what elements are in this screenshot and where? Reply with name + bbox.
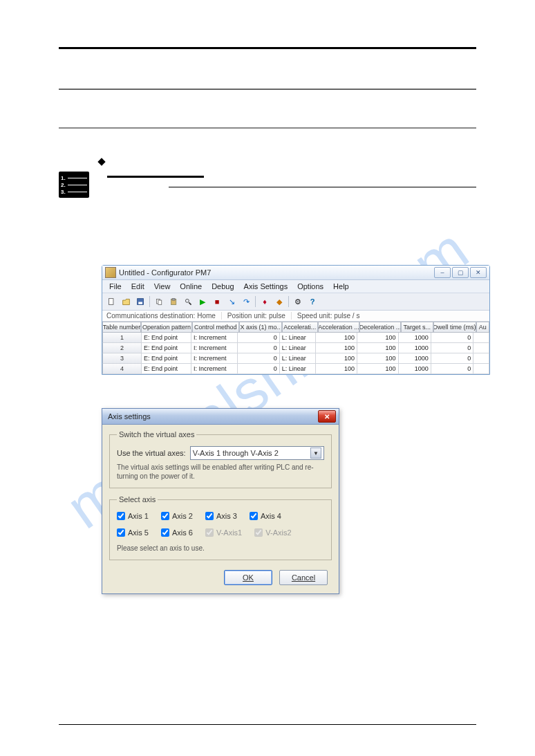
menu-file[interactable]: File bbox=[105, 282, 126, 291]
cell-accel-type[interactable]: L: Linear bbox=[280, 343, 317, 353]
cell-operation-pattern[interactable]: E: End point bbox=[142, 353, 191, 364]
toolbar: ▶ ■ ↘ ↷ ♦ ◆ ⚙ ? bbox=[102, 293, 489, 311]
col-control-method[interactable]: Control method bbox=[192, 322, 239, 333]
run-icon[interactable]: ▶ bbox=[196, 295, 209, 308]
cell-dwell[interactable]: 0 bbox=[431, 364, 473, 374]
col-dwell-time[interactable]: Dwell time (ms) bbox=[433, 322, 476, 333]
cell-au[interactable] bbox=[473, 343, 489, 353]
cell-deceleration[interactable]: 100 bbox=[357, 343, 399, 353]
step-over-icon[interactable]: ↷ bbox=[239, 295, 253, 308]
col-accelerati[interactable]: Accelerati... bbox=[282, 322, 318, 333]
cancel-button[interactable]: Cancel bbox=[279, 570, 328, 585]
checkbox-input[interactable] bbox=[205, 512, 214, 520]
dropdown-value: V-Axis 1 through V-Axis 2 bbox=[193, 449, 279, 457]
ok-button[interactable]: OK bbox=[224, 570, 272, 585]
checkbox-input[interactable] bbox=[161, 512, 169, 520]
axis-settings-dialog: Axis settings ✕ Switch the virtual axes … bbox=[102, 408, 339, 594]
cell-accel-type[interactable]: L: Linear bbox=[280, 364, 317, 374]
save-icon[interactable] bbox=[133, 295, 147, 308]
col-table-number[interactable]: Table number bbox=[102, 322, 141, 333]
cell-control-method[interactable]: I: Increment bbox=[191, 343, 238, 353]
cell-au[interactable] bbox=[473, 333, 489, 343]
cell-target[interactable]: 1000 bbox=[399, 333, 431, 343]
axis-checkbox-axis6[interactable]: Axis 6 bbox=[161, 528, 193, 537]
menu-axis-settings[interactable]: Axis Settings bbox=[240, 282, 292, 291]
col-au[interactable]: Au bbox=[476, 322, 489, 333]
settings-icon[interactable]: ⚙ bbox=[291, 295, 305, 308]
cell-operation-pattern[interactable]: E: End point bbox=[142, 343, 191, 353]
checkbox-input[interactable] bbox=[117, 512, 125, 520]
axis-checkbox-axis4[interactable]: Axis 4 bbox=[250, 512, 281, 520]
maximize-button[interactable]: ▢ bbox=[452, 267, 469, 278]
cell-dwell[interactable]: 0 bbox=[431, 333, 473, 343]
menu-help[interactable]: Help bbox=[329, 282, 353, 291]
cell-x-axis[interactable]: 0 bbox=[238, 364, 280, 374]
cell-target[interactable]: 1000 bbox=[399, 364, 431, 374]
cell-dwell[interactable]: 0 bbox=[431, 343, 473, 353]
col-acceleration[interactable]: Acceleration ... bbox=[318, 322, 359, 333]
new-icon[interactable] bbox=[104, 295, 118, 308]
col-operation-pattern[interactable]: Operation pattern bbox=[141, 322, 192, 333]
cell-target[interactable]: 1000 bbox=[399, 343, 431, 353]
cell-control-method[interactable]: I: Increment bbox=[191, 353, 238, 364]
cell-deceleration[interactable]: 100 bbox=[357, 333, 399, 343]
help-icon[interactable]: ? bbox=[306, 295, 319, 308]
paste-icon[interactable] bbox=[167, 295, 180, 308]
table-row[interactable]: 3E: End pointI: Increment0L: Linear10010… bbox=[102, 353, 489, 364]
checkbox-input[interactable] bbox=[250, 512, 258, 520]
menu-online[interactable]: Online bbox=[176, 282, 206, 291]
step-in-icon[interactable]: ↘ bbox=[225, 295, 238, 308]
tool-b-icon[interactable]: ◆ bbox=[272, 295, 286, 308]
checkbox-input[interactable] bbox=[117, 528, 125, 537]
checkbox-input[interactable] bbox=[161, 528, 169, 537]
col-x-axis[interactable]: X axis (1) mo.. bbox=[239, 322, 282, 333]
menu-debug[interactable]: Debug bbox=[207, 282, 238, 291]
cell-dwell[interactable]: 0 bbox=[431, 353, 473, 364]
menu-options[interactable]: Options bbox=[293, 282, 328, 291]
cell-acceleration[interactable]: 100 bbox=[316, 333, 357, 343]
cell-au[interactable] bbox=[473, 364, 489, 374]
cell-x-axis[interactable]: 0 bbox=[238, 343, 280, 353]
dialog-titlebar: Axis settings ✕ bbox=[102, 409, 339, 425]
close-window-button[interactable]: ✕ bbox=[470, 267, 487, 278]
cell-deceleration[interactable]: 100 bbox=[357, 353, 399, 364]
axis-checkbox-axis2[interactable]: Axis 2 bbox=[161, 512, 193, 520]
virtual-axes-dropdown[interactable]: V-Axis 1 through V-Axis 2 ▼ bbox=[190, 446, 324, 460]
cell-acceleration[interactable]: 100 bbox=[316, 353, 357, 364]
procedure-title-bar bbox=[107, 176, 204, 178]
axis-checkbox-axis3[interactable]: Axis 3 bbox=[205, 512, 237, 520]
close-dialog-button[interactable]: ✕ bbox=[318, 410, 336, 423]
minimize-button[interactable]: – bbox=[434, 267, 451, 278]
cell-accel-type[interactable]: L: Linear bbox=[280, 353, 317, 364]
cell-x-axis[interactable]: 0 bbox=[238, 353, 280, 364]
cell-au[interactable] bbox=[473, 353, 489, 364]
axis-checkbox-axis5[interactable]: Axis 5 bbox=[117, 528, 149, 537]
cell-acceleration[interactable]: 100 bbox=[316, 343, 357, 353]
find-icon[interactable] bbox=[181, 295, 195, 308]
copy-icon[interactable] bbox=[152, 295, 166, 308]
cell-operation-pattern[interactable]: E: End point bbox=[142, 333, 191, 343]
status-position-unit: Position unit: pulse bbox=[227, 312, 292, 320]
cell-deceleration[interactable]: 100 bbox=[357, 364, 399, 374]
col-target-s[interactable]: Target s... bbox=[401, 322, 433, 333]
cell-control-method[interactable]: I: Increment bbox=[191, 364, 238, 374]
cell-control-method[interactable]: I: Increment bbox=[191, 333, 238, 343]
svg-rect-4 bbox=[158, 300, 161, 305]
axis-checkbox-axis1[interactable]: Axis 1 bbox=[117, 512, 149, 520]
stop-icon[interactable]: ■ bbox=[210, 295, 224, 308]
cell-operation-pattern[interactable]: E: End point bbox=[142, 364, 191, 374]
table-row[interactable]: 2E: End pointI: Increment0L: Linear10010… bbox=[102, 343, 489, 353]
menu-view[interactable]: View bbox=[150, 282, 175, 291]
checkbox-input bbox=[205, 528, 214, 537]
cell-x-axis[interactable]: 0 bbox=[238, 333, 280, 343]
cell-acceleration[interactable]: 100 bbox=[316, 364, 357, 374]
col-deceleration[interactable]: Deceleration ... bbox=[359, 322, 401, 333]
menu-edit[interactable]: Edit bbox=[127, 282, 149, 291]
cell-target[interactable]: 1000 bbox=[399, 353, 431, 364]
table-row[interactable]: 1E: End pointI: Increment0L: Linear10010… bbox=[102, 333, 489, 343]
cell-accel-type[interactable]: L: Linear bbox=[280, 333, 317, 343]
tool-a-icon[interactable]: ♦ bbox=[258, 295, 272, 308]
axis-checkbox-v-axis2: V-Axis2 bbox=[254, 528, 291, 537]
table-row[interactable]: 4E: End pointI: Increment0L: Linear10010… bbox=[102, 364, 489, 374]
open-icon[interactable] bbox=[119, 295, 133, 308]
